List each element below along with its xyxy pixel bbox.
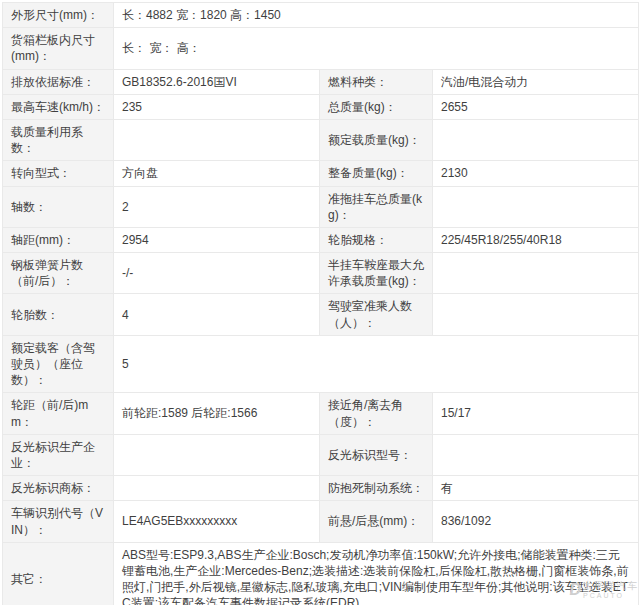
spec-label: 额定载质量(kg)： — [320, 119, 433, 160]
spec-label: 防抱死制动系统： — [320, 476, 433, 501]
spec-value: 2655 — [433, 94, 639, 119]
spec-label: 其它： — [3, 542, 114, 605]
pcauto-watermark: D 太平洋汽车 PCAUTO — [569, 581, 638, 599]
spec-value: GB18352.6-2016国VI — [114, 69, 320, 94]
spec-value — [433, 253, 639, 294]
spec-row: 反光标识商标：防抱死制动系统：有 — [3, 476, 639, 501]
spec-label: 轴数： — [3, 186, 114, 227]
spec-value: 汽油/电混合动力 — [433, 69, 639, 94]
spec-label: 转向型式： — [3, 161, 114, 186]
spec-value: LE4AG5EBxxxxxxxxx — [114, 501, 320, 542]
spec-row: 轴距(mm)：2954轮胎规格：225/45R18/255/40R18 — [3, 227, 639, 252]
spec-value — [114, 476, 320, 501]
spec-value: 方向盘 — [114, 161, 320, 186]
spec-label: 轮胎规格： — [320, 227, 433, 252]
spec-label: 货箱栏板内尺寸(mm)： — [3, 28, 114, 69]
spec-label: 轮距（前/后)mm： — [3, 393, 114, 434]
page: 外形尺寸(mm)：长：4882 宽：1820 高：1450货箱栏板内尺寸(mm)… — [0, 0, 641, 605]
spec-value — [433, 119, 639, 160]
spec-label: 半挂车鞍座最大允许承载质量(kg)： — [320, 253, 433, 294]
spec-row: 货箱栏板内尺寸(mm)：长： 宽： 高： — [3, 28, 639, 69]
spec-row: 反光标识生产企业：反光标识型号： — [3, 434, 639, 475]
spec-row: 轮距（前/后)mm：前轮距:1589 后轮距:1566接近角/离去角（度）：15… — [3, 393, 639, 434]
spec-label: 最高车速(km/h)： — [3, 94, 114, 119]
spec-value: 2 — [114, 186, 320, 227]
spec-value: 235 — [114, 94, 320, 119]
spec-label: 轮胎数： — [3, 294, 114, 335]
spec-row: 外形尺寸(mm)：长：4882 宽：1820 高：1450 — [3, 3, 639, 28]
spec-value: 4 — [114, 294, 320, 335]
spec-row: 最高车速(km/h)：235总质量(kg)：2655 — [3, 94, 639, 119]
spec-value: 5 — [114, 335, 639, 393]
spec-row: 转向型式：方向盘整备质量(kg)：2130 — [3, 161, 639, 186]
spec-label: 反光标识生产企业： — [3, 434, 114, 475]
pcauto-logo-icon: D — [569, 582, 581, 598]
spec-value: 2130 — [433, 161, 639, 186]
spec-label: 车辆识别代号（VIN）： — [3, 501, 114, 542]
spec-label: 额定载客（含驾驶员）（座位数）： — [3, 335, 114, 393]
spec-value — [433, 294, 639, 335]
spec-value: 前轮距:1589 后轮距:1566 — [114, 393, 320, 434]
spec-value: 15/17 — [433, 393, 639, 434]
spec-label: 驾驶室准乘人数（人）： — [320, 294, 433, 335]
spec-value: ABS型号:ESP9.3,ABS生产企业:Bosch;发动机净功率值:150kW… — [114, 542, 639, 605]
spec-label: 接近角/离去角（度）： — [320, 393, 433, 434]
spec-label: 前悬/后悬(mm)： — [320, 501, 433, 542]
spec-row: 轮胎数：4驾驶室准乘人数（人）： — [3, 294, 639, 335]
watermark-text: 太平洋汽车 — [583, 581, 638, 591]
spec-value: 2954 — [114, 227, 320, 252]
spec-label: 排放依据标准： — [3, 69, 114, 94]
vehicle-spec-table-body: 外形尺寸(mm)：长：4882 宽：1820 高：1450货箱栏板内尺寸(mm)… — [3, 3, 639, 605]
spec-row: 排放依据标准：GB18352.6-2016国VI燃料种类：汽油/电混合动力 — [3, 69, 639, 94]
spec-label: 轴距(mm)： — [3, 227, 114, 252]
spec-value: 长：4882 宽：1820 高：1450 — [114, 3, 639, 28]
spec-value — [433, 186, 639, 227]
spec-label: 钢板弹簧片数（前/后）： — [3, 253, 114, 294]
spec-value: -/- — [114, 253, 320, 294]
spec-row: 其它：ABS型号:ESP9.3,ABS生产企业:Bosch;发动机净功率值:15… — [3, 542, 639, 605]
spec-row: 钢板弹簧片数（前/后）：-/-半挂车鞍座最大允许承载质量(kg)： — [3, 253, 639, 294]
watermark-subtext: PCAUTO — [583, 592, 638, 599]
spec-value: 有 — [433, 476, 639, 501]
spec-row: 车辆识别代号（VIN）：LE4AG5EBxxxxxxxxx前悬/后悬(mm)：8… — [3, 501, 639, 542]
spec-row: 额定载客（含驾驶员）（座位数）：5 — [3, 335, 639, 393]
spec-value: 836/1092 — [433, 501, 639, 542]
spec-value — [433, 434, 639, 475]
spec-label: 整备质量(kg)： — [320, 161, 433, 186]
spec-value — [114, 119, 320, 160]
spec-row: 轴数：2准拖挂车总质量(kg)： — [3, 186, 639, 227]
spec-label: 外形尺寸(mm)： — [3, 3, 114, 28]
spec-label: 载质量利用系数： — [3, 119, 114, 160]
spec-label: 反光标识商标： — [3, 476, 114, 501]
spec-value — [114, 434, 320, 475]
spec-label: 总质量(kg)： — [320, 94, 433, 119]
spec-label: 燃料种类： — [320, 69, 433, 94]
spec-row: 载质量利用系数：额定载质量(kg)： — [3, 119, 639, 160]
spec-label: 反光标识型号： — [320, 434, 433, 475]
spec-label: 准拖挂车总质量(kg)： — [320, 186, 433, 227]
spec-value: 长： 宽： 高： — [114, 28, 639, 69]
spec-value: 225/45R18/255/40R18 — [433, 227, 639, 252]
vehicle-spec-table: 外形尺寸(mm)：长：4882 宽：1820 高：1450货箱栏板内尺寸(mm)… — [2, 2, 639, 605]
